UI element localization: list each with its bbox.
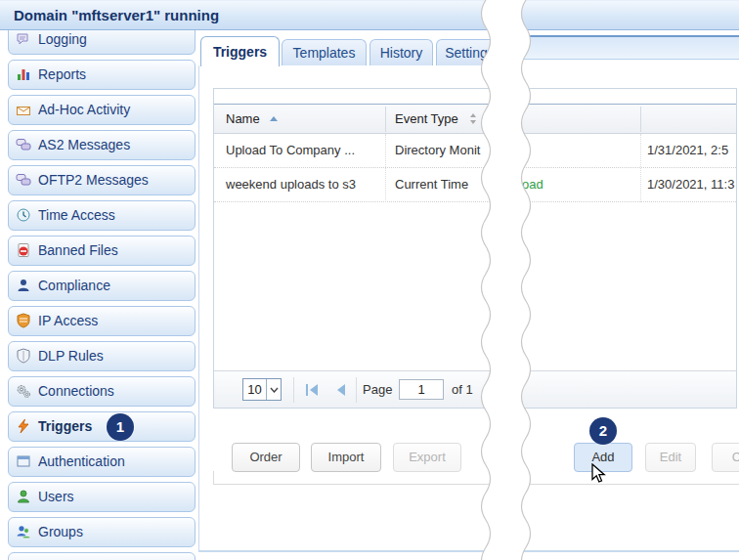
- group-icon: [16, 524, 31, 539]
- first-page-button[interactable]: [305, 383, 321, 397]
- sidebar-item-logging[interactable]: Logging: [8, 30, 196, 55]
- tab-strip-background: [521, 35, 739, 60]
- domain-title-bar: Domain "mftserver1" running: [0, 0, 739, 30]
- toolbar-separator: [293, 377, 294, 403]
- bar-chart-icon: [16, 66, 31, 82]
- banned-file-icon: [16, 242, 31, 258]
- column-header-event-type[interactable]: Event Type: [395, 105, 458, 133]
- tab-templates[interactable]: Templates: [282, 39, 367, 65]
- gears-icon: [16, 383, 31, 399]
- import-button[interactable]: Import: [311, 443, 381, 472]
- tab-triggers[interactable]: Triggers: [200, 36, 280, 66]
- pager-toolbar: 10 Page of 1: [214, 370, 736, 408]
- page-size-value: 10: [243, 379, 266, 400]
- sidebar-item-time-access[interactable]: Time Access: [8, 200, 196, 231]
- cell-date: 1/31/2021, 2:5: [647, 134, 735, 166]
- sidebar-item-oftp2-messages[interactable]: OFTP2 Messages: [8, 165, 196, 195]
- cell-expression-fragment: oad: [522, 168, 543, 200]
- edit-button[interactable]: Edit: [645, 443, 696, 472]
- tab-history[interactable]: History: [370, 39, 433, 65]
- sidebar-item-banned-files[interactable]: Banned Files: [8, 236, 196, 266]
- domain-title: Domain "mftserver1" running: [14, 1, 219, 29]
- messages-icon: [16, 172, 31, 188]
- previous-page-button[interactable]: [334, 383, 350, 397]
- sidebar-item-dlp-rules[interactable]: DLP Rules: [8, 341, 196, 371]
- sidebar-item-authentication[interactable]: Authentication: [8, 447, 196, 477]
- sort-up-icon: [470, 113, 476, 117]
- sidebar-item-triggers[interactable]: Triggers: [8, 411, 196, 442]
- sidebar-item-partial[interactable]: [8, 552, 196, 560]
- add-button[interactable]: Add: [574, 443, 632, 472]
- sidebar-item-users[interactable]: Users: [8, 482, 196, 512]
- cell-event-type: Directory Monit: [395, 134, 480, 166]
- table-row[interactable]: weekend uploads to s3 Current Time oad 1…: [214, 168, 736, 202]
- log-bubble-icon: [16, 31, 31, 47]
- sidebar-item-as2-messages[interactable]: AS2 Messages: [8, 130, 196, 160]
- page-count-label: of 1: [452, 371, 473, 408]
- sidebar-item-compliance[interactable]: Compliance: [8, 271, 196, 301]
- sidebar-item-groups[interactable]: Groups: [8, 517, 196, 547]
- cell-date: 1/30/2021, 11:3: [647, 168, 735, 200]
- sidebar: Logging Reports Ad-Hoc Activity AS2 Mess…: [8, 30, 196, 560]
- column-separator: [385, 107, 386, 132]
- step-badge-1: 1: [107, 413, 134, 441]
- cell-name: weekend uploads to s3: [226, 168, 356, 200]
- order-button[interactable]: Order: [232, 443, 300, 472]
- cell-event-type: Current Time: [395, 168, 468, 200]
- toolbar-separator: [356, 377, 357, 403]
- sidebar-item-adhoc-activity[interactable]: Ad-Hoc Activity: [8, 95, 196, 125]
- chevron-down-icon: [266, 379, 281, 400]
- column-separator: [640, 134, 641, 202]
- envelope-icon: [16, 102, 31, 117]
- orange-shield-icon: [16, 313, 31, 328]
- tab-settings[interactable]: Setting: [436, 39, 497, 65]
- grid-header: Name Event Type: [214, 104, 736, 134]
- sort-asc-icon: [270, 116, 278, 121]
- person-icon: [16, 278, 31, 293]
- window-icon: [16, 453, 31, 469]
- triggers-grid: Name Event Type Upload To Company ... Di…: [213, 88, 737, 409]
- export-button[interactable]: Export: [393, 443, 461, 472]
- clock-icon: [16, 207, 31, 223]
- table-row[interactable]: Upload To Company ... Directory Monit 1/…: [214, 134, 736, 168]
- copy-button[interactable]: Co: [712, 443, 739, 472]
- button-bar-border-corner: [213, 471, 214, 484]
- column-separator: [385, 134, 386, 202]
- sidebar-item-connections[interactable]: Connections: [8, 376, 196, 407]
- column-separator: [640, 107, 641, 132]
- sidebar-item-ip-access[interactable]: IP Access: [8, 306, 196, 336]
- button-bar-border: [213, 484, 739, 485]
- shield-icon: [16, 348, 31, 364]
- user-icon: [16, 489, 31, 504]
- page-size-select[interactable]: 10: [242, 378, 282, 401]
- messages-icon: [16, 137, 31, 152]
- sidebar-item-reports[interactable]: Reports: [8, 60, 196, 90]
- app-window: { "titlebar": { "title": "Domain \"mftse…: [0, 0, 739, 560]
- sort-down-icon: [470, 120, 476, 124]
- page-number-input[interactable]: [399, 379, 444, 400]
- cell-name: Upload To Company ...: [226, 134, 355, 166]
- page-label: Page: [363, 371, 392, 408]
- lightning-icon: [16, 418, 31, 434]
- column-header-name[interactable]: Name: [226, 105, 260, 133]
- step-badge-2: 2: [589, 417, 617, 445]
